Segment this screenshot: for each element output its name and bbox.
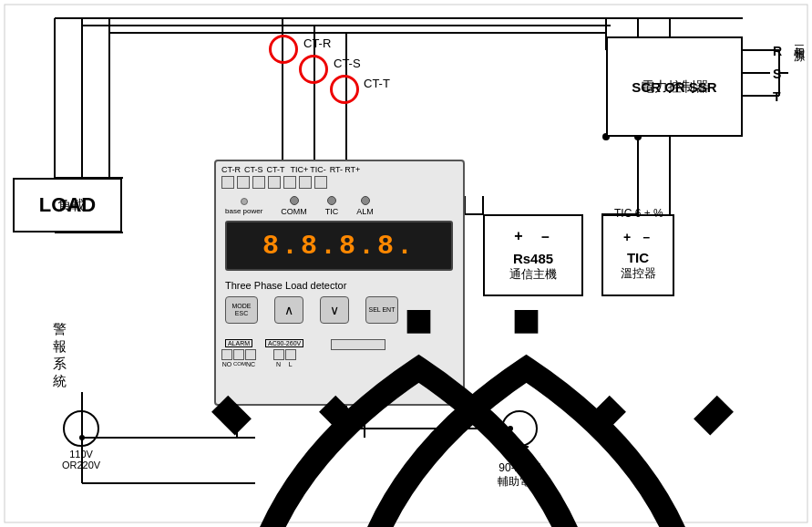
three-phase-cn: 三相電源 <box>791 36 807 44</box>
tic-cn: TIC <box>627 250 649 265</box>
rs485-plus: + <box>514 228 522 247</box>
terminal-block <box>221 176 234 189</box>
ac-auxiliary-power: AC 90-260V 輔助電源 <box>498 410 541 490</box>
alm-label: ALM <box>356 207 374 216</box>
terminal-block <box>299 176 312 189</box>
diagram: LOAD 負載 CT-R CT-S CT-T SCR OR SSR 電力控制器 … <box>0 0 812 527</box>
voltage-source: 110V OR220V <box>62 410 100 470</box>
term-ct-r: CT-R <box>221 165 241 174</box>
scr-box: SCR OR SSR 電力控制器 <box>606 36 743 137</box>
ct-r-label: CT-R <box>303 36 331 50</box>
term-rt-minus: RT- <box>330 165 343 174</box>
base-power-label: base power <box>225 207 262 215</box>
ct-r-ring <box>269 35 298 64</box>
comm-label: COMM <box>281 207 307 216</box>
comm-led <box>290 196 299 205</box>
ac-power-circle <box>501 410 538 447</box>
load-box: LOAD 負載 <box>13 178 122 232</box>
seven-segment-display: 8.8.8.8. <box>225 221 453 271</box>
tic-minus-sym: － <box>640 230 653 246</box>
tic-plus: + <box>623 230 631 246</box>
term-ct-t: CT-T <box>267 165 285 174</box>
s-label: S <box>773 67 781 81</box>
load-cn-label: 負載 <box>57 197 85 214</box>
display-value: 8.8.8.8. <box>262 231 416 262</box>
r-label: R <box>773 44 782 58</box>
rs485-box: + － Rs485 通信主機 <box>483 214 583 296</box>
alarm-cn-label: 警報系統 <box>53 321 67 390</box>
term-rt-plus: RT+ <box>344 165 360 174</box>
alm-led <box>361 196 370 205</box>
terminal-block <box>314 176 327 189</box>
rs485-cn: Rs485 <box>513 251 553 266</box>
term-tic-minus: TIC- <box>310 165 326 174</box>
terminal-block <box>283 176 296 189</box>
ct-t-ring <box>330 75 359 104</box>
scr-cn: 電力控制器 <box>641 78 709 96</box>
unit-title: Three Phase Load detector <box>225 280 346 291</box>
t-label: T <box>773 89 781 104</box>
ct-s-label: CT-S <box>334 57 361 70</box>
rs485-cn2: 通信主機 <box>509 266 557 283</box>
indicator-triangle <box>241 198 248 205</box>
ct-t-label: CT-T <box>364 77 390 90</box>
tic-percent-label: TIC 6 + % <box>614 205 663 222</box>
tic-led-label: TIC <box>325 207 339 216</box>
terminal-block <box>237 176 250 189</box>
term-tic-plus: TIC+ <box>291 165 309 174</box>
tic-led <box>327 196 336 205</box>
ac-circle-symbol <box>63 410 99 447</box>
tic-box: + － TIC 溫控器 <box>601 214 674 296</box>
terminal-block <box>268 176 281 189</box>
tic-cn2: 溫控器 <box>621 265 656 282</box>
term-ct-s: CT-S <box>244 165 263 174</box>
rs485-minus: － <box>538 228 552 247</box>
terminal-block <box>252 176 265 189</box>
ct-s-ring <box>299 55 328 84</box>
